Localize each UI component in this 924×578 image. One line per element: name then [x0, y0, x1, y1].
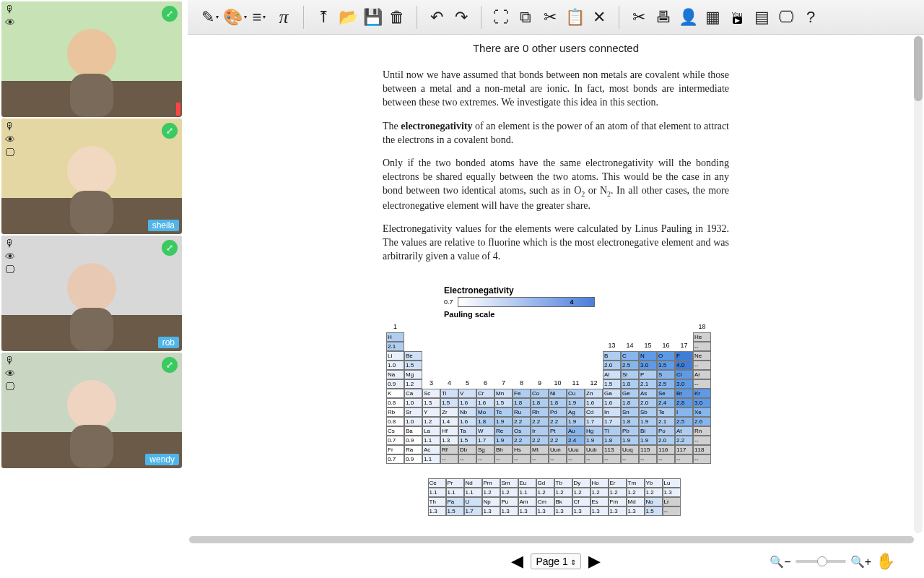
element-cell: 1.3	[572, 506, 590, 516]
element-cell: Sn	[621, 407, 639, 417]
svg-point-6	[67, 146, 116, 195]
pt-title: Electronegativity	[444, 285, 725, 296]
monitor-button[interactable]: 🖵	[775, 7, 797, 28]
element-cell: Db	[458, 445, 476, 454]
expand-button[interactable]: ⤢	[162, 240, 178, 256]
element-cell: 1.1	[422, 436, 440, 445]
help-button[interactable]: ?	[800, 7, 821, 28]
element-cell: 1.2	[554, 488, 572, 497]
zoom-thumb[interactable]	[817, 556, 827, 566]
pencil-button[interactable]: ✎	[199, 7, 221, 28]
fit-button[interactable]: ⛶	[490, 7, 512, 28]
video-panel: 🎙 👁 ⤢ 🎙 👁 🖵 ⤢ sheila 🎙	[0, 0, 184, 470]
paste-button[interactable]: 📋	[564, 7, 585, 28]
mic-icon[interactable]: 🎙	[4, 238, 16, 250]
element-cell: --	[513, 454, 531, 464]
element-cell: --	[675, 454, 693, 464]
element-cell: 1.6	[585, 398, 603, 407]
undo-button[interactable]: ↶	[426, 7, 448, 28]
pi-button[interactable]: π	[273, 7, 295, 28]
screen-icon[interactable]: 🖵	[4, 381, 16, 393]
upload-button[interactable]: ⤒	[313, 7, 334, 28]
doc-button[interactable]: ▤	[751, 7, 772, 28]
element-cell: Lr	[663, 497, 681, 506]
element-cell: 1.2	[609, 488, 627, 497]
video-tile[interactable]: 🎙 👁 ⤢	[1, 1, 182, 117]
element-cell: 1.5	[404, 361, 422, 370]
element-cell: --	[657, 454, 675, 464]
element-cell: 1.8	[476, 417, 494, 426]
print-button[interactable]: 🖶	[653, 7, 674, 28]
element-cell: 1.5	[446, 506, 464, 516]
redo-button[interactable]: ↷	[450, 7, 472, 28]
element-cell: Sg	[476, 445, 494, 454]
canvas-area[interactable]: There are 0 other users connected Until …	[188, 35, 924, 535]
element-cell: Eu	[518, 478, 536, 488]
element-cell: O	[657, 351, 675, 361]
lines-button[interactable]: ≡	[248, 7, 270, 28]
next-page-button[interactable]: ▶	[588, 552, 601, 571]
copy-button[interactable]: ⧉	[515, 7, 536, 28]
screen-icon[interactable]: 🖵	[4, 264, 16, 276]
eye-icon[interactable]: 👁	[4, 368, 16, 380]
youtube-button[interactable]: You▶	[726, 7, 748, 28]
palette-button[interactable]: 🎨	[224, 7, 245, 28]
element-cell: 1.3	[590, 506, 609, 516]
element-cell: --	[693, 342, 711, 351]
mic-icon[interactable]: 🎙	[4, 4, 16, 16]
close-button[interactable]: ✕	[588, 7, 610, 28]
element-cell: Zn	[585, 389, 603, 398]
mic-icon[interactable]: 🎙	[4, 355, 16, 367]
zoom-in-button[interactable]: 🔍+	[850, 555, 871, 569]
expand-button[interactable]: ⤢	[162, 6, 178, 22]
mic-icon[interactable]: 🎙	[4, 121, 16, 133]
element-cell: 1.3	[422, 398, 440, 407]
element-cell: Fr	[386, 445, 404, 454]
element-cell: Mt	[531, 445, 549, 454]
eye-icon[interactable]: 👁	[4, 251, 16, 263]
add-user-button[interactable]: 👤	[677, 7, 699, 28]
eye-icon[interactable]: 👁	[4, 17, 16, 29]
element-cell: --	[663, 506, 681, 516]
crop-button[interactable]: ✂	[628, 7, 650, 28]
element-cell: Gd	[536, 478, 554, 488]
element-cell: 2.6	[693, 417, 711, 426]
element-cell: 1.8	[621, 417, 639, 426]
horizontal-scrollbar[interactable]	[189, 536, 914, 543]
screen-icon[interactable]: 🖵	[4, 147, 16, 159]
element-cell: Ga	[603, 389, 621, 398]
expand-button[interactable]: ⤢	[162, 123, 178, 139]
element-cell: Am	[518, 497, 536, 506]
scrollbar-thumb[interactable]	[914, 36, 923, 101]
folder-open-button[interactable]: 📂	[337, 7, 359, 28]
video-tile[interactable]: 🎙 👁 🖵 ⤢ rob	[1, 236, 182, 351]
element-cell: --	[585, 454, 603, 464]
element-cell: Cd	[585, 407, 603, 417]
element-cell: In	[603, 407, 621, 417]
video-tile[interactable]: 🎙 👁 🖵 ⤢ wendy	[1, 353, 182, 468]
zoom-out-button[interactable]: 🔍−	[770, 555, 790, 569]
element-cell: Nd	[464, 478, 482, 488]
expand-button[interactable]: ⤢	[162, 357, 178, 373]
zoom-slider[interactable]	[796, 560, 846, 563]
element-cell: 0.9	[404, 436, 422, 445]
element-cell: Es	[590, 497, 609, 506]
cut-button[interactable]: ✂	[539, 7, 561, 28]
video-tile[interactable]: 🎙 👁 🖵 ⤢ sheila	[1, 118, 182, 234]
trash-button[interactable]: 🗑	[386, 7, 408, 28]
vertical-scrollbar[interactable]	[914, 36, 923, 533]
save-button[interactable]: 💾	[362, 7, 383, 28]
page-select[interactable]: Page 1	[531, 553, 580, 569]
element-cell: Uub	[585, 445, 603, 454]
element-cell: 2.0	[603, 361, 621, 370]
grid-button[interactable]: ▦	[702, 7, 723, 28]
element-cell: 1.2	[572, 488, 590, 497]
element-cell: Np	[482, 497, 500, 506]
element-cell: 1.1	[464, 488, 482, 497]
eye-icon[interactable]: 👁	[4, 134, 16, 146]
prev-page-button[interactable]: ◀	[511, 552, 523, 571]
element-cell: 2.2	[549, 436, 567, 445]
element-cell: As	[639, 389, 657, 398]
element-cell: Sb	[639, 407, 657, 417]
hand-tool-button[interactable]: ✋	[876, 552, 895, 571]
